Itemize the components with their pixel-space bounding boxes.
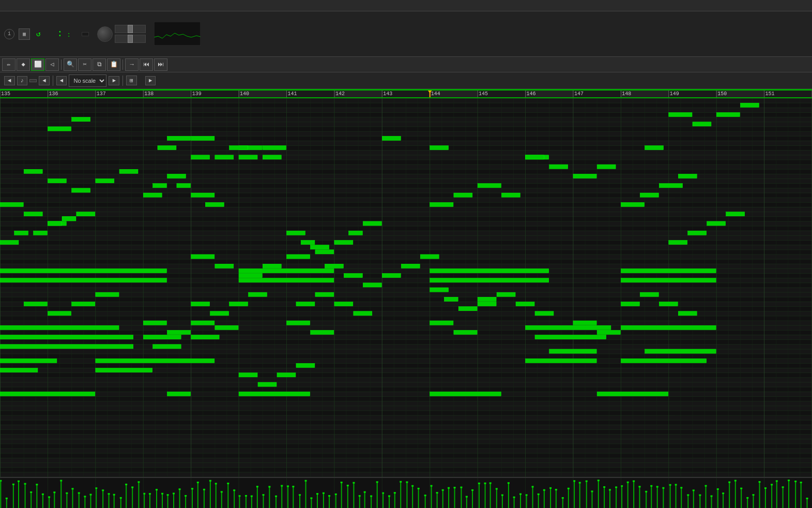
ruler[interactable] <box>0 89 812 98</box>
skip-back-btn[interactable]: ⏮ <box>140 58 153 71</box>
rect-select-tool[interactable]: ⬜ <box>31 58 44 71</box>
velocity-editor[interactable] <box>0 477 812 508</box>
nav-prev-note[interactable] <box>29 79 37 82</box>
cpu-graph <box>154 22 201 46</box>
main-content <box>0 89 812 508</box>
time-sig-section[interactable] <box>82 32 89 36</box>
mixer-controls <box>97 25 146 43</box>
pitch-fader[interactable] <box>115 35 146 43</box>
toolbar-separator-1 <box>61 59 62 70</box>
note-nav-bar: ◄ ♪ ◄ ◄ No scale ► ⊞ ► <box>0 72 812 89</box>
nav-chord-next[interactable]: ► <box>145 76 156 85</box>
nav-scale-prev[interactable]: ◄ <box>56 76 67 85</box>
nav-separator-2 <box>122 76 123 86</box>
time-section: : : <box>55 28 75 39</box>
nav-prev-arrow2[interactable]: ◄ <box>39 76 50 85</box>
nav-scale-next[interactable]: ► <box>109 76 119 85</box>
grid-canvas <box>0 98 812 477</box>
paste-tool[interactable]: 📋 <box>107 58 120 71</box>
nav-note-icon[interactable]: ♪ <box>17 76 28 85</box>
velocity-canvas <box>0 478 812 508</box>
arrow-right-btn[interactable]: → <box>125 58 139 71</box>
zoom-tool[interactable]: 🔍 <box>64 58 77 71</box>
piano-roll-toolbar: ✏ ◆ ⬜ ◁ 🔍 ✂ ⧉ 📋 → ⏮ ⏭ <box>0 57 812 72</box>
snap-icon[interactable]: ⊞ <box>126 76 137 85</box>
piano-roll-grid[interactable] <box>0 98 812 477</box>
loop-group: ↺ <box>36 29 40 38</box>
transport-bar: i ▦ ↺ : : <box>0 11 812 57</box>
nav-prev-arrow[interactable]: ◄ <box>4 76 15 85</box>
volume-knob[interactable] <box>97 26 113 42</box>
copy-tool[interactable]: ⧉ <box>93 58 106 71</box>
toolbar-separator-2 <box>122 59 123 70</box>
nav-separator-1 <box>53 76 53 86</box>
pencil-tool[interactable]: ✏ <box>2 58 16 71</box>
menu-bar <box>0 0 812 11</box>
slice-tool[interactable]: ✂ <box>78 58 91 71</box>
cpu-meter <box>154 22 201 47</box>
scale-selector[interactable]: No scale <box>69 74 106 87</box>
info-icon[interactable]: i <box>4 29 14 39</box>
loop-icon[interactable]: ↺ <box>36 29 40 38</box>
ruler-canvas <box>0 89 812 98</box>
skip-fwd-btn[interactable]: ⏭ <box>154 58 167 71</box>
pattern-icon[interactable]: ▦ <box>19 28 30 40</box>
master-fader[interactable] <box>115 25 146 33</box>
select-tool[interactable]: ◆ <box>17 58 30 71</box>
erase-tool[interactable]: ◁ <box>45 58 59 71</box>
